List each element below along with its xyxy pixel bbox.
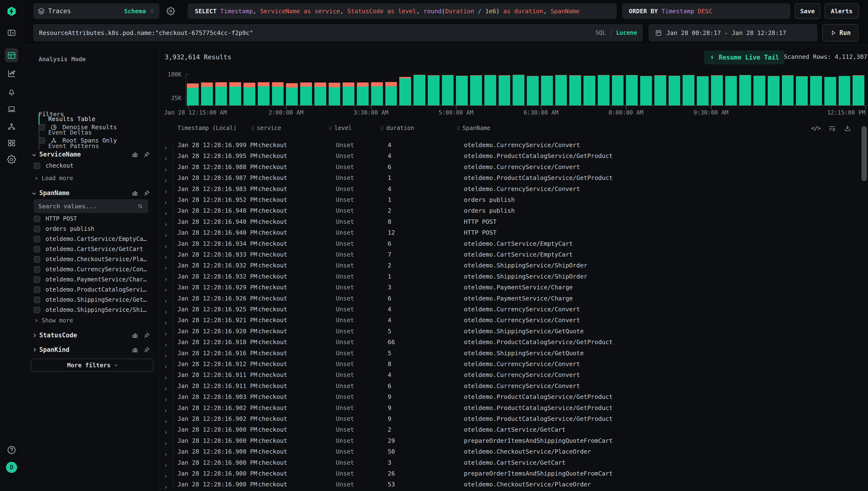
collapse-panel-icon[interactable] — [7, 28, 16, 37]
histogram-bar-ok[interactable] — [569, 76, 581, 106]
checkbox[interactable] — [34, 307, 40, 313]
table-row[interactable]: Jan 28 12:28:16.902 PMcheckoutUnset9otel… — [160, 403, 868, 413]
histogram-bar-ok[interactable] — [725, 76, 737, 106]
span-search-input[interactable]: Search values... — [34, 199, 148, 213]
dashboards-icon[interactable] — [7, 138, 16, 148]
table-row[interactable]: Jan 28 12:28:16.900 PMcheckoutUnset26pre… — [160, 468, 868, 479]
histogram-bar-error[interactable] — [626, 75, 638, 75]
table-row[interactable]: Jan 28 12:28:16.920 PMcheckoutUnset5otel… — [160, 326, 868, 337]
alerts-bell-icon[interactable] — [7, 88, 16, 97]
histogram-bar-ok[interactable] — [286, 88, 298, 106]
histogram-bar-error[interactable] — [272, 82, 284, 87]
histogram-bar-ok[interactable] — [385, 86, 397, 106]
histogram-bar-error[interactable] — [286, 83, 298, 88]
filter-option[interactable]: checkout — [34, 162, 169, 169]
expand-row-icon[interactable] — [164, 146, 167, 149]
histogram-bar-error[interactable] — [654, 75, 666, 76]
expand-row-icon[interactable] — [164, 201, 167, 204]
table-row[interactable]: Jan 28 12:28:16.940 PMcheckoutUnset8HTTP… — [160, 216, 868, 227]
expand-row-icon[interactable] — [164, 333, 167, 336]
histogram-bar-error[interactable] — [201, 83, 213, 87]
table-row[interactable]: Jan 28 12:28:16.940 PMcheckoutUnset12HTT… — [160, 227, 868, 238]
expand-row-icon[interactable] — [164, 354, 167, 358]
expand-row-icon[interactable] — [164, 245, 167, 248]
filter-option[interactable]: orders publish — [34, 226, 169, 232]
col-timestamp[interactable]: Timestamp (Local) — [177, 125, 237, 132]
histogram-bar-error[interactable] — [739, 75, 751, 75]
histogram-bar-error[interactable] — [243, 83, 255, 87]
drag-handle-icon[interactable] — [251, 126, 255, 131]
histogram-bar-ok[interactable] — [541, 76, 553, 106]
filter-option[interactable]: oteldemo.CurrencyService/Con… — [34, 266, 169, 273]
root-spans-checkbox[interactable] — [38, 137, 45, 144]
order-by-editor[interactable]: ORDER BY Timestamp DESC — [622, 3, 790, 19]
pin-icon[interactable] — [144, 332, 150, 339]
expand-row-icon[interactable] — [164, 212, 167, 215]
histogram-bar-ok[interactable] — [258, 86, 270, 106]
app-logo[interactable] — [6, 6, 17, 17]
table-row[interactable]: Jan 28 12:28:16.987 PMcheckoutUnset1otel… — [160, 172, 868, 183]
table-row[interactable]: Jan 28 12:28:16.916 PMcheckoutUnset5otel… — [160, 348, 868, 358]
search-input[interactable]: ResourceAttributes.k8s.pod.name:"checkou… — [33, 24, 643, 41]
histogram-bar-error[interactable] — [300, 83, 312, 87]
checkbox[interactable] — [34, 297, 40, 303]
histogram-bar-error[interactable] — [428, 75, 440, 76]
histogram-bar-error[interactable] — [697, 76, 709, 77]
histogram-bar-error[interactable] — [342, 83, 354, 87]
expand-row-icon[interactable] — [164, 267, 167, 270]
section-statuscode[interactable]: StatusCode — [33, 331, 150, 339]
histogram-bar-ok[interactable] — [839, 76, 850, 106]
histogram-bar-error[interactable] — [258, 82, 270, 86]
table-row[interactable]: Jan 28 12:28:16.900 PMcheckoutUnset29pre… — [160, 435, 868, 446]
help-icon[interactable] — [7, 445, 17, 455]
filter-option[interactable]: oteldemo.ShippingService/Get… — [34, 296, 169, 303]
checkbox[interactable] — [34, 256, 40, 263]
pin-icon[interactable] — [144, 190, 150, 196]
table-row[interactable]: Jan 28 12:28:16.932 PMcheckoutUnset2otel… — [160, 260, 868, 271]
denoise-checkbox[interactable] — [38, 124, 45, 131]
histogram-bar-ok[interactable] — [243, 87, 255, 106]
bar-chart-icon[interactable] — [132, 332, 138, 339]
col-spanname[interactable]: SpanName — [457, 125, 490, 132]
histogram-bar-ok[interactable] — [470, 76, 482, 106]
expand-row-icon[interactable] — [164, 322, 167, 325]
histogram-bar-error[interactable] — [357, 83, 369, 87]
histogram-bar-ok[interactable] — [768, 76, 779, 106]
language-toggle[interactable]: SQL | Lucene — [595, 29, 637, 36]
drag-handle-icon[interactable] — [329, 126, 332, 131]
wrap-lines-icon[interactable] — [829, 125, 836, 132]
histogram-bar-error[interactable] — [768, 76, 779, 76]
expand-row-icon[interactable] — [164, 168, 167, 171]
expand-row-icon[interactable] — [164, 157, 167, 161]
histogram-bar-ok[interactable] — [583, 76, 595, 106]
table-row[interactable]: Jan 28 12:28:16.903 PMcheckoutUnset9otel… — [160, 392, 868, 402]
histogram-bar-error[interactable] — [640, 76, 652, 76]
expand-row-icon[interactable] — [164, 376, 167, 380]
expand-row-icon[interactable] — [164, 300, 167, 303]
denoise-results-toggle[interactable]: Denoise Results — [38, 124, 117, 131]
section-spanname[interactable]: SpanName — [33, 189, 150, 197]
checkbox[interactable] — [34, 277, 40, 283]
histogram-bar-ok[interactable] — [782, 76, 794, 106]
histogram-bar-ok[interactable] — [753, 76, 765, 106]
chart-explorer-icon[interactable] — [7, 69, 16, 78]
resume-live-tail-button[interactable]: Resume Live Tail — [704, 50, 784, 64]
histogram-bar-ok[interactable] — [711, 76, 723, 106]
histogram-bar-ok[interactable] — [796, 77, 808, 106]
sql-toggle[interactable]: SQL — [595, 29, 606, 36]
filter-option[interactable]: oteldemo.CartService/GetCart — [34, 246, 169, 253]
section-spankind[interactable]: SpanKind — [33, 346, 150, 353]
table-row[interactable]: Jan 28 12:28:16.929 PMcheckoutUnset3otel… — [160, 282, 868, 293]
expand-row-icon[interactable] — [164, 278, 167, 281]
histogram-bar-error[interactable] — [315, 83, 326, 87]
histogram-bar-error[interactable] — [371, 82, 383, 86]
histogram-bar-error[interactable] — [852, 75, 864, 76]
expand-row-icon[interactable] — [164, 223, 167, 226]
histogram-bar-error[interactable] — [229, 82, 241, 87]
checkbox[interactable] — [34, 287, 40, 293]
histogram-bar-error[interactable] — [598, 75, 609, 75]
table-row[interactable]: Jan 28 12:28:16.933 PMcheckoutUnset7otel… — [160, 249, 868, 260]
histogram-bar-ok[interactable] — [527, 76, 539, 106]
expand-row-icon[interactable] — [164, 343, 167, 347]
expand-row-icon[interactable] — [164, 311, 167, 314]
